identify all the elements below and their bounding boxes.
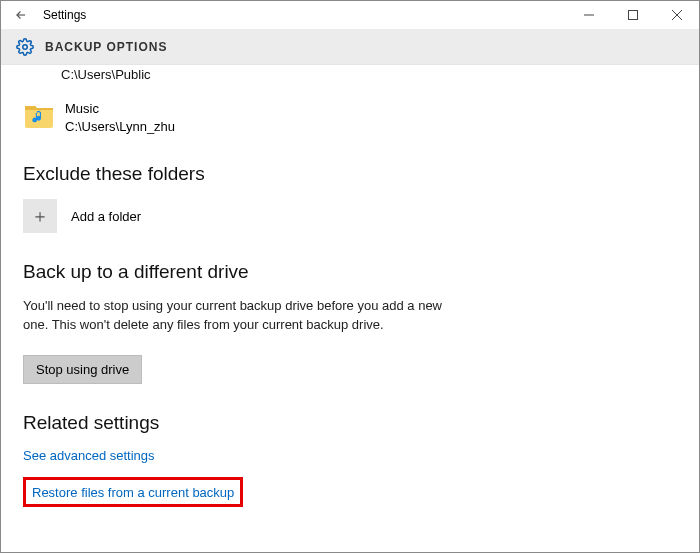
titlebar: Settings	[1, 1, 699, 29]
add-folder-label: Add a folder	[71, 209, 141, 224]
content-area: C:\Users\Public Music C:\Users\Lynn_zhu …	[1, 65, 699, 552]
page-title: BACKUP OPTIONS	[45, 40, 167, 54]
different-drive-description: You'll need to stop using your current b…	[23, 297, 443, 335]
gear-icon	[15, 37, 35, 57]
folder-path: C:\Users\Lynn_zhu	[65, 118, 175, 136]
svg-rect-1	[629, 11, 638, 20]
folder-item-texts: Music C:\Users\Lynn_zhu	[65, 100, 175, 135]
stop-using-drive-button[interactable]: Stop using drive	[23, 355, 142, 384]
page-header: BACKUP OPTIONS	[1, 29, 699, 65]
highlight-box: Restore files from a current backup	[23, 477, 243, 507]
svg-point-4	[23, 44, 28, 49]
see-advanced-settings-link[interactable]: See advanced settings	[23, 448, 155, 463]
folder-item-music[interactable]: Music C:\Users\Lynn_zhu	[23, 100, 677, 135]
plus-icon: ＋	[23, 199, 57, 233]
back-button[interactable]	[11, 8, 31, 22]
exclude-heading: Exclude these folders	[23, 163, 677, 185]
maximize-button[interactable]	[611, 1, 655, 29]
related-settings-heading: Related settings	[23, 412, 677, 434]
truncated-path-text: C:\Users\Public	[61, 67, 677, 82]
settings-window: Settings BACKUP OPTIONS C:\Users\Public	[0, 0, 700, 553]
add-folder-button[interactable]: ＋ Add a folder	[23, 199, 677, 233]
restore-files-link[interactable]: Restore files from a current backup	[32, 485, 234, 500]
music-folder-icon	[23, 100, 55, 130]
folder-name: Music	[65, 100, 175, 118]
different-drive-heading: Back up to a different drive	[23, 261, 677, 283]
close-button[interactable]	[655, 1, 699, 29]
window-title: Settings	[43, 8, 86, 22]
minimize-button[interactable]	[567, 1, 611, 29]
